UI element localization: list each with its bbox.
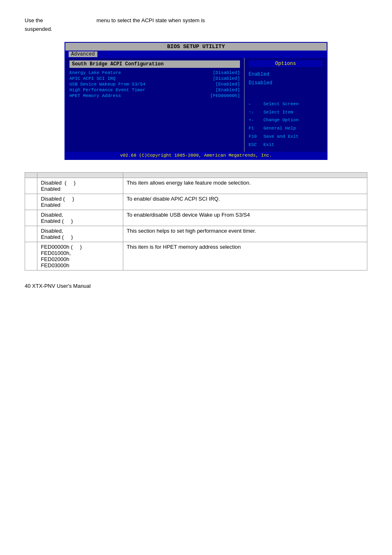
config-val-3: [Enabled]: [216, 88, 240, 92]
config-row-0: Energy Lake Feature [Disabled]: [69, 70, 240, 75]
bios-title: BIOS SETUP UTILITY: [65, 43, 327, 51]
config-val-1: [Disabled]: [213, 76, 240, 81]
row-desc-0: This item allows energy lake feature mod…: [123, 178, 367, 194]
config-val-4: [FED00000h]: [210, 93, 240, 98]
row-options-1: Disabled ( )Enabled: [37, 194, 123, 210]
row-desc-2: To enable/disable USB device Wake up Fro…: [123, 210, 367, 226]
row-options-4: FED00000h ( )FED01000h,FED02000hFED03000…: [37, 242, 123, 270]
row-label-3: [25, 226, 37, 242]
bios-body: South Bridge ACPI Configuration Energy L…: [65, 58, 327, 152]
col-header-2: [37, 172, 123, 178]
row-desc-1: To enable/ disable APIC ACPI SCI IRQ.: [123, 194, 367, 210]
config-key-4: HPET Memory Address: [69, 93, 121, 98]
bios-options-list: Enabled Disabled: [249, 70, 323, 88]
page-footer: 40 XTX-PNV User's Manual: [25, 283, 367, 289]
bios-options-header: Options: [249, 60, 323, 67]
config-row-4: HPET Memory Address [FED00000h]: [69, 93, 240, 98]
table-row: Disabled ( )Enabled This item allows ene…: [25, 178, 367, 194]
config-row-1: APIC ACPI SCI IRQ [Disabled]: [69, 76, 240, 81]
col-header-1: [25, 172, 37, 178]
table-row: Disabled,Enabled ( ) To enable/disable U…: [25, 210, 367, 226]
row-label-2: [25, 210, 37, 226]
config-val-0: [Disabled]: [213, 70, 240, 75]
config-row-3: High Performance Event Timer [Enabled]: [69, 88, 240, 92]
bios-menu-active[interactable]: Advanced: [69, 51, 97, 57]
row-desc-4: This item is for HPET memory address sel…: [123, 242, 367, 270]
config-val-2: [Enabled]: [216, 82, 240, 87]
col-header-3: [123, 172, 367, 178]
keybinding-2: +- Change Option: [249, 116, 323, 125]
bios-box: BIOS SETUP UTILITY Advanced South Bridge…: [65, 42, 327, 160]
table-row: Disabled,Enabled ( ) This section helps …: [25, 226, 367, 242]
option-enabled[interactable]: Enabled: [249, 70, 323, 79]
config-row-2: USB Device Wakeup From S3/S4 [Enabled]: [69, 82, 240, 87]
bios-config-list: Energy Lake Feature [Disabled] APIC ACPI…: [69, 70, 240, 98]
keybinding-1: ↑↓ Select Item: [249, 109, 323, 117]
keybinding-3: F1 General Help: [249, 125, 323, 133]
option-disabled[interactable]: Disabled: [249, 79, 323, 88]
keybinding-0: ← Select Screen: [249, 100, 323, 109]
config-key-0: Energy Lake Feature: [69, 70, 121, 75]
row-desc-3: This section helps to set high performan…: [123, 226, 367, 242]
table-row: Disabled ( )Enabled To enable/ disable A…: [25, 194, 367, 210]
bios-keybindings: ← Select Screen ↑↓ Select Item +- Change…: [249, 100, 323, 149]
options-table: Disabled ( )Enabled This item allows ene…: [25, 172, 367, 271]
row-label-0: [25, 178, 37, 194]
row-label-4: [25, 242, 37, 270]
keybinding-5: ESC Exit: [249, 141, 323, 149]
config-key-3: High Performance Event Timer: [69, 88, 145, 92]
row-options-2: Disabled,Enabled ( ): [37, 210, 123, 226]
row-options-3: Disabled,Enabled ( ): [37, 226, 123, 242]
row-options-0: Disabled ( )Enabled: [37, 178, 123, 194]
keybinding-4: F10 Save and Exit: [249, 133, 323, 141]
config-key-2: USB Device Wakeup From S3/S4: [69, 82, 145, 87]
bios-right-panel: Options Enabled Disabled ← Select Screen…: [244, 58, 327, 152]
intro-section: Use the menu to select the ACPI state wh…: [25, 16, 367, 34]
bios-footer: v02.68 (C)Copyright 1985-2009, American …: [65, 152, 327, 159]
table-row: FED00000h ( )FED01000h,FED02000hFED03000…: [25, 242, 367, 270]
row-label-1: [25, 194, 37, 210]
bios-section-title: South Bridge ACPI Configuration: [69, 60, 240, 68]
bios-menu-bar: Advanced: [65, 51, 327, 58]
config-key-1: APIC ACPI SCI IRQ: [69, 76, 115, 81]
bios-left-panel: South Bridge ACPI Configuration Energy L…: [65, 58, 244, 152]
intro-text: Use the menu to select the ACPI state wh…: [25, 16, 367, 34]
